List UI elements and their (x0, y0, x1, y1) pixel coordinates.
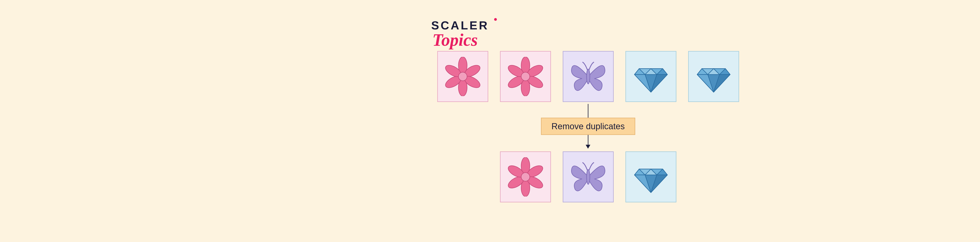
input-row (437, 51, 739, 102)
diamond-icon (694, 57, 733, 96)
diamond-icon (631, 157, 670, 196)
arrow-with-label: Remove duplicates (541, 104, 635, 149)
logo-brand-text: SCALER (431, 20, 489, 31)
tile-diamond (625, 51, 676, 102)
flower-icon (506, 57, 545, 96)
tile-butterfly (563, 151, 614, 202)
arrow-line (588, 104, 589, 118)
tile-flower (500, 151, 551, 202)
flower-icon (443, 57, 482, 96)
arrow-line (588, 135, 589, 145)
logo-sub-text: Topics (433, 36, 489, 44)
remove-duplicates-diagram: Remove duplicates (437, 51, 739, 202)
tile-diamond (625, 151, 676, 202)
tile-flower (437, 51, 488, 102)
svg-point-6 (458, 72, 467, 81)
output-row (500, 151, 676, 202)
logo-dot (494, 18, 497, 21)
diamond-icon (631, 57, 670, 96)
butterfly-icon (568, 56, 609, 97)
svg-point-40 (586, 169, 590, 184)
svg-point-13 (521, 72, 530, 81)
logo: SCALER Topics (431, 20, 489, 44)
action-label: Remove duplicates (541, 118, 635, 135)
tile-flower (500, 51, 551, 102)
butterfly-icon (568, 156, 609, 197)
svg-point-39 (521, 173, 530, 181)
tile-diamond (688, 51, 739, 102)
flower-icon (506, 157, 545, 196)
tile-butterfly (563, 51, 614, 102)
svg-point-14 (586, 69, 590, 84)
arrow-head-icon (585, 145, 590, 149)
